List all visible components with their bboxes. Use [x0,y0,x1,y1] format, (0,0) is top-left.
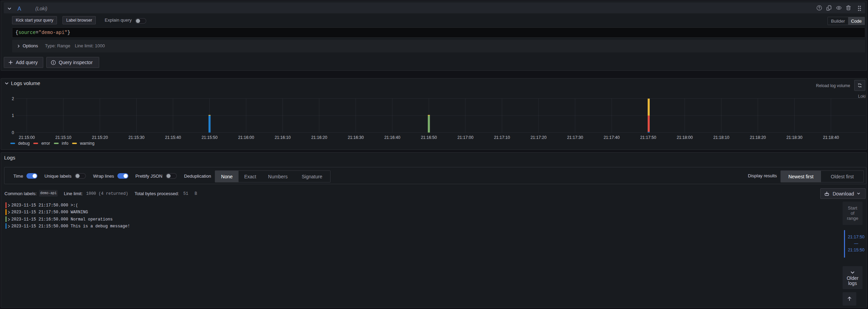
svg-text:21:16:20: 21:16:20 [311,135,327,140]
svg-text:21:17:20: 21:17:20 [531,135,547,140]
svg-text:21:15:10: 21:15:10 [55,135,71,140]
svg-text:21:16:30: 21:16:30 [348,135,364,140]
svg-text:21:17:30: 21:17:30 [567,135,583,140]
svg-text:21:17:00: 21:17:00 [458,135,474,140]
svg-text:21:15:40: 21:15:40 [165,135,181,140]
svg-text:2: 2 [12,96,14,101]
svg-text:0: 0 [12,130,14,135]
svg-text:21:16:40: 21:16:40 [384,135,401,140]
svg-text:21:18:00: 21:18:00 [677,135,693,140]
svg-text:1: 1 [12,113,14,118]
svg-text:21:18:10: 21:18:10 [713,135,729,140]
svg-text:21:18:20: 21:18:20 [750,135,766,140]
svg-text:21:16:50: 21:16:50 [421,135,437,140]
svg-text:21:15:00: 21:15:00 [19,135,35,140]
svg-text:21:17:10: 21:17:10 [494,135,510,140]
svg-text:21:17:40: 21:17:40 [604,135,620,140]
svg-text:21:15:50: 21:15:50 [201,135,218,140]
svg-text:21:16:00: 21:16:00 [238,135,254,140]
svg-text:21:18:30: 21:18:30 [786,135,802,140]
svg-text:21:16:10: 21:16:10 [275,135,291,140]
svg-text:21:18:40: 21:18:40 [823,135,839,140]
svg-text:21:15:20: 21:15:20 [92,135,108,140]
svg-text:21:17:50: 21:17:50 [640,135,656,140]
svg-text:21:15:30: 21:15:30 [128,135,144,140]
